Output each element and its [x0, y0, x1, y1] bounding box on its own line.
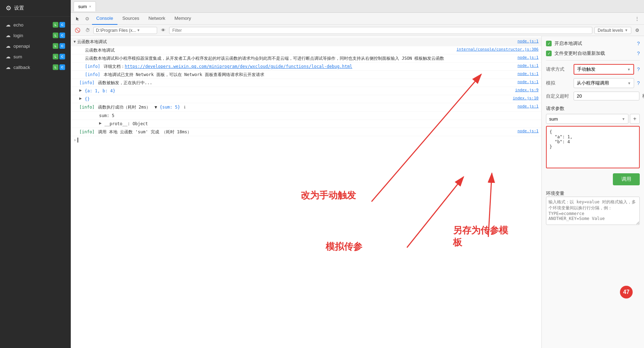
clear-console-icon[interactable]: 🚫 [74, 27, 81, 34]
chevron-down-icon: ▼ [627, 68, 631, 71]
info-tag: [info] [85, 72, 100, 77]
cloud-icon-openapi: ☁ [6, 43, 11, 49]
chevron-down-icon: ▼ [625, 28, 628, 32]
cloud-icon-echo: ☁ [6, 22, 11, 28]
console-line: 云函数本地调试和小程序模拟器深度集成，从开发者工具小程序发起的对该云函数的请求均… [71, 54, 541, 63]
line-source[interactable]: node.js:1 [517, 71, 539, 76]
line-source[interactable]: node.js:1 [517, 55, 539, 60]
info-tag: [info] [79, 105, 94, 110]
enable-debug-checkbox[interactable]: ✓ [546, 41, 552, 46]
expand-icon[interactable]: ▶ [79, 88, 82, 93]
line-text: [info] 本地调试已支持 Network 面板，可以在 Network 面板… [85, 71, 516, 78]
tab-console[interactable]: Console [92, 13, 117, 25]
clock-icon[interactable]: ⏱ [84, 27, 91, 34]
sidebar-item-openapi[interactable]: ☁ openapi L C [0, 41, 71, 51]
level-label: Default levels [598, 28, 623, 33]
sidebar-item-label-openapi: openapi [13, 44, 50, 49]
tab-close-button[interactable]: × [89, 4, 91, 8]
sidebar-item-label-callback: callback [13, 65, 50, 70]
eye-icon[interactable]: 👁 [159, 27, 167, 34]
sidebar-item-label-sum: sum [13, 54, 50, 59]
line-text[interactable]: {} [85, 96, 511, 102]
tab-memory[interactable]: Memory [170, 13, 195, 25]
tab-network[interactable]: Network [144, 13, 169, 25]
json-editor[interactable]: { "a": 1, "b": 4 } [546, 126, 640, 168]
request-method-label: 请求方式 [546, 66, 571, 72]
badge-l-login: L [53, 33, 58, 38]
right-panel: ✓ 开启本地调试 ? ✓ 文件变更时自动重新加载 ? 请求方式 手动触发 ▼ ? [541, 36, 644, 348]
info-tag: [info] [79, 129, 94, 134]
circle-icon[interactable]: ⊙ [83, 14, 91, 23]
expand-icon[interactable]: ▶ [79, 96, 82, 101]
line-source[interactable]: node.js:1 [517, 80, 539, 84]
line-text: 云函数本地调试和小程序模拟器深度集成，从开发者工具小程序发起的对该云函数的请求均… [85, 55, 516, 62]
level-select[interactable]: Default levels ▼ [594, 27, 631, 34]
request-method-select[interactable]: 手动触发 ▼ [574, 64, 634, 75]
simulate-value: 从小程序端调用 [577, 80, 609, 86]
invoke-button[interactable]: 调用 [613, 173, 640, 185]
console-settings-icon[interactable]: ⚙ [633, 27, 641, 34]
notification-badge[interactable]: 47 [620, 286, 633, 298]
tab-sum[interactable]: sum × [74, 1, 96, 11]
chevron-down-icon: ▼ [627, 81, 631, 85]
timeout-unit: 秒 [642, 93, 644, 99]
tab-bar: sum × [71, 0, 644, 13]
sidebar-item-login[interactable]: ☁ login L C [0, 30, 71, 41]
line-text: sum: 5 [99, 112, 539, 119]
badge-l-callback: L [53, 64, 58, 70]
badge-group-callback: L C [53, 64, 65, 70]
line-source[interactable]: node.js:1 [517, 129, 539, 133]
help-icon-method[interactable]: ? [637, 66, 640, 72]
filter-input[interactable] [169, 27, 592, 34]
enable-debug-label: 开启本地调试 [554, 40, 634, 47]
sidebar-header[interactable]: ⚙ 设置 [0, 0, 71, 17]
sidebar-item-sum[interactable]: ☁ sum L C [0, 51, 71, 62]
cursor-icon[interactable] [74, 14, 82, 23]
line-text: __proto__: Object [104, 121, 539, 127]
line-source[interactable]: node.js:1 [517, 104, 539, 109]
console-input-line[interactable]: › [71, 136, 541, 144]
obj-preview[interactable]: {sum: 5} [160, 105, 180, 110]
sidebar-item-echo[interactable]: ☁ echo L C [0, 19, 71, 30]
line-source[interactable]: internal/console/constructor.js:386 [456, 47, 539, 52]
sidebar-item-callback[interactable]: ☁ callback L C [0, 62, 71, 72]
env-textarea[interactable] [546, 197, 640, 225]
console-line: ▶ {a: 1, b: 4} index.js:9 [71, 87, 541, 95]
line-source[interactable]: index.js:9 [515, 88, 539, 92]
help-icon-reload[interactable]: ? [637, 51, 640, 56]
doc-link[interactable]: https://developers.weixin.qq.com/minipro… [125, 64, 352, 69]
gear-icon: ⚙ [6, 4, 11, 12]
param-select-row: sum ▼ + [546, 114, 640, 124]
line-source[interactable]: node.js:1 [517, 63, 539, 68]
badge-group-login: L C [53, 33, 65, 38]
request-method-value: 手动触发 [577, 66, 596, 72]
auto-reload-checkbox[interactable]: ✓ [546, 51, 552, 56]
help-icon-simulate[interactable]: ? [637, 80, 640, 86]
main-area: sum × ⊙ Console Sources Network Memory ⋮… [71, 0, 644, 348]
line-text: [info] 详细文档：https://developers.weixin.qq… [85, 63, 516, 70]
badge-group-openapi: L C [53, 43, 65, 49]
line-source[interactable]: index.js:10 [513, 96, 539, 100]
chevron-down-icon: ▼ [622, 117, 625, 121]
prompt-icon: › [74, 138, 76, 143]
group-title: 云函数本地调试 [77, 39, 516, 45]
sidebar-item-label-echo: echo [13, 22, 50, 28]
param-select[interactable]: sum ▼ [546, 114, 628, 124]
badge-l-openapi: L [53, 43, 58, 49]
console-line: [info] 本地调试已支持 Network 面板，可以在 Network 面板… [71, 71, 541, 79]
tab-sources[interactable]: Sources [118, 13, 144, 25]
add-param-button[interactable]: + [630, 114, 640, 124]
help-icon-debug[interactable]: ? [637, 41, 640, 46]
line-text[interactable]: {a: 1, b: 4} [85, 88, 514, 94]
badge-c-sum: C [59, 54, 65, 59]
console-group-header[interactable]: ▼ 云函数本地调试 node.js:1 [71, 37, 541, 46]
more-options-icon[interactable]: ⋮ [633, 14, 641, 23]
expand-icon[interactable]: ▶ [99, 121, 102, 126]
simulate-select[interactable]: 从小程序端调用 ▼ [574, 78, 634, 88]
group-source[interactable]: node.js:1 [517, 39, 539, 44]
console-output[interactable]: ▼ 云函数本地调试 node.js:1 云函数本地调试 internal/con… [71, 36, 541, 348]
timeout-input[interactable] [574, 92, 639, 100]
tab-label: sum [78, 4, 87, 9]
console-line: [info] 详细文档：https://developers.weixin.qq… [71, 63, 541, 71]
path-selector[interactable]: D:\Program Files (x... ▼ [93, 27, 157, 34]
